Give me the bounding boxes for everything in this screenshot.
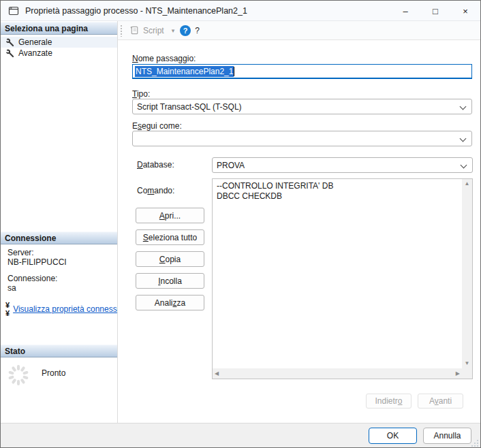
scroll-up-icon[interactable]: ▲ [463, 179, 472, 189]
connection-properties-icon: ¥¥ [5, 301, 9, 317]
connection-label: Connessione: [1, 274, 117, 283]
title-bar: Proprietà passaggio processo - NTS_Maint… [1, 1, 480, 21]
script-button[interactable]: Script [127, 24, 167, 37]
paste-button[interactable]: Incolla [136, 273, 204, 289]
toolbar: Script ▾ ? ? [118, 21, 481, 40]
command-textarea[interactable]: --CONTROLLO INTEGRITA' DB DBCC CHECKDB ▲… [212, 178, 473, 379]
status-header: Stato [1, 345, 117, 357]
sidebar: Seleziona una pagina Generale Avanzate C… [1, 21, 118, 423]
ok-button[interactable]: OK [369, 428, 417, 444]
selected-text: NTS_MaintenancePlan2_1 [135, 66, 234, 77]
parse-button[interactable]: Analizza [136, 295, 204, 310]
status-text: Pronto [42, 368, 65, 378]
scrollbar-corner [462, 368, 472, 379]
minimize-icon[interactable]: – [390, 1, 420, 21]
form-content: Nome passaggio: NTS_MaintenancePlan2_1 T… [118, 40, 481, 423]
cancel-button[interactable]: Annulla [423, 428, 471, 444]
command-text: --CONTROLLO INTEGRITA' DB DBCC CHECKDB [213, 179, 461, 368]
open-button[interactable]: Apri... [136, 208, 204, 223]
script-button-label: Script [143, 26, 164, 35]
sidebar-item-avanzate[interactable]: Avanzate [1, 48, 117, 59]
dialog-form-icon [8, 5, 19, 16]
resize-grip-icon[interactable] [471, 440, 478, 447]
type-selected-value: Script Transact-SQL (T-SQL) [137, 102, 242, 112]
status-row: Pronto [1, 363, 117, 387]
horizontal-scrollbar[interactable]: ◀ ▶ [213, 368, 462, 379]
window-title: Proprietà passaggio processo - NTS_Maint… [25, 6, 247, 16]
vertical-scrollbar[interactable]: ▲ ▼ [462, 179, 472, 368]
connection-value: sa [1, 283, 117, 293]
help-icon[interactable]: ? [180, 25, 191, 36]
step-name-input[interactable]: NTS_MaintenancePlan2_1 [132, 64, 472, 79]
caption-buttons: – □ × [390, 1, 480, 21]
database-select[interactable]: PROVA [212, 157, 473, 173]
type-select[interactable]: Script Transact-SQL (T-SQL) [132, 99, 472, 114]
scroll-down-icon[interactable]: ▼ [463, 359, 472, 368]
command-label: Comando: [137, 186, 174, 195]
database-selected-value: PROVA [217, 161, 245, 170]
scroll-right-icon[interactable]: ▶ [454, 369, 462, 379]
sidebar-item-label: Generale [18, 37, 52, 47]
dialog-window: Proprietà passaggio processo - NTS_Maint… [0, 0, 481, 448]
pages-header: Seleziona una pagina [1, 22, 117, 35]
sidebar-item-generale[interactable]: Generale [1, 37, 117, 48]
database-label: Database: [137, 160, 174, 170]
text-caret [234, 67, 234, 76]
back-button[interactable]: Indietro [366, 394, 412, 409]
server-value: NB-FILIPPUCCI [1, 257, 117, 267]
scroll-left-icon[interactable]: ◀ [213, 369, 221, 379]
chevron-down-icon [460, 135, 467, 142]
next-button[interactable]: Avanti [418, 394, 463, 409]
run-as-label: Esegui come: [132, 121, 182, 131]
maximize-icon[interactable]: □ [420, 1, 450, 21]
status-spinner-icon [6, 363, 31, 387]
script-dropdown-icon[interactable]: ▾ [172, 27, 175, 34]
script-icon [129, 25, 140, 35]
chevron-down-icon [461, 162, 467, 169]
chevron-down-icon [460, 103, 467, 110]
wrench-icon [5, 49, 14, 58]
select-all-button[interactable]: Seleziona tutto [136, 229, 204, 245]
name-label: Nome passaggio: [132, 54, 196, 63]
sidebar-item-label: Avanzate [18, 48, 52, 58]
type-label: Tipo: [132, 89, 150, 99]
connection-header: Connessione [1, 231, 117, 244]
wrench-icon [5, 38, 14, 47]
copy-button[interactable]: Copia [136, 251, 204, 267]
toolbar-grip[interactable] [120, 25, 123, 37]
server-label: Server: [1, 248, 117, 257]
footer-bar: OK Annulla [1, 423, 480, 448]
close-icon[interactable]: × [450, 1, 480, 21]
help-text: ? [195, 26, 200, 35]
view-connection-properties-link[interactable]: Visualizza proprietà connessione [13, 304, 118, 314]
connection-properties-row: ¥¥ Visualizza proprietà connessione [1, 301, 117, 317]
run-as-select[interactable] [132, 131, 472, 146]
